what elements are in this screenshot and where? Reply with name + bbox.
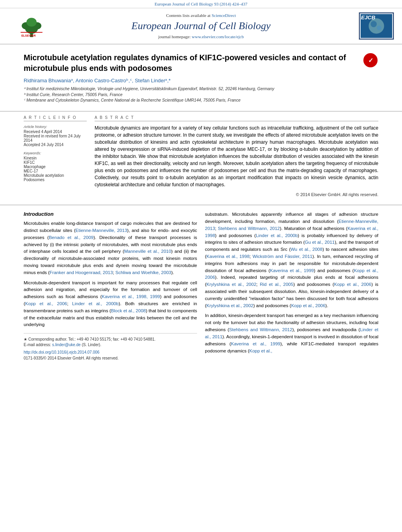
- right-paragraph-2: In addition, kinesin-dependent transport…: [205, 312, 378, 354]
- ref-kopp-et-al[interactable]: Kopp et al.,: [249, 348, 272, 353]
- ref-stehbens-wittmann-r2[interactable]: Stehbens and Wittmann, 2012: [229, 327, 292, 332]
- ref-gu-2011[interactable]: Gu et al., 2011: [305, 240, 335, 245]
- journal-title: European Journal of Cell Biology: [55, 20, 347, 32]
- main-content-section: Introduction Microtubules enable long-di…: [0, 205, 402, 366]
- keyword-4: MEC-17: [24, 169, 87, 173]
- ref-kopp-2006-r2[interactable]: Kopp et al., 2006: [334, 282, 372, 287]
- article-info-label: A R T I C L E I N F O: [24, 115, 87, 121]
- contents-label: Contents lists available at: [166, 13, 210, 18]
- homepage-url[interactable]: www.elsevier.com/locate/ejcb: [192, 34, 244, 39]
- ref-kaverina-1998[interactable]: Kaverina et al., 1998, 1999: [102, 294, 160, 299]
- affil-c: ᶜ Membrane and Cytoskeleton Dynamics, Ce…: [24, 97, 378, 103]
- copyright-line: © 2014 Elsevier GmbH. All rights reserve…: [95, 192, 378, 197]
- email-suffix: (S. Linder).: [82, 343, 101, 347]
- ref-linder-2000b[interactable]: Linder et al., 2000b: [72, 301, 119, 306]
- affiliations: ᵃ Institut für medizinische Mikrobiologi…: [24, 86, 378, 103]
- footer-copyright: 0171-9335/© 2014 Elsevier GmbH. All righ…: [24, 356, 197, 360]
- keywords-section: Keywords: Kinesin KIF1C Macrophage MEC-1…: [24, 151, 87, 182]
- ref-franker-hoogenraad[interactable]: Franker and Hoogenraad, 2013: [50, 270, 113, 275]
- ejcb-logo-section: EJCB: [347, 12, 394, 40]
- right-paragraph-1: substratum. Microtubules apparently infl…: [205, 211, 378, 309]
- footnote-star: ★ Corresponding author. Tel.: +49 40 741…: [24, 337, 197, 342]
- svg-text:ELSEVIER: ELSEVIER: [21, 34, 36, 37]
- article-info-panel: A R T I C L E I N F O Article history: R…: [24, 115, 87, 197]
- ref-kaverina-1999-right[interactable]: Kaverina et al., 1999: [270, 268, 314, 273]
- keyword-1: Kinesin: [24, 156, 87, 160]
- svg-text:EJCB: EJCB: [361, 15, 376, 20]
- affil-b: ᵇ Institut Curie, Research Center, 75005…: [24, 92, 378, 98]
- footnote-email: E-mail address: s.linder@uke.de (S. Lind…: [24, 342, 197, 348]
- keyword-3: Macrophage: [24, 165, 87, 169]
- received-date: Received 4 April 2014: [24, 130, 87, 134]
- intro-paragraph-2: Microtubule-dependent transport is impor…: [24, 280, 197, 329]
- svg-point-4: [26, 18, 37, 26]
- ref-linder-2000b-right[interactable]: Linder et al., 2000b: [256, 233, 298, 238]
- svg-point-12: [377, 26, 382, 30]
- ref-manneville-2010[interactable]: Manneville et al., 2010: [124, 249, 171, 254]
- ref-wickstrom-fassler[interactable]: Wickström and Fässler, 2011: [253, 254, 313, 259]
- intro-paragraph-1: Microtubules enable long-distance transp…: [24, 220, 197, 276]
- journal-citation-bar: European Journal of Cell Biology 93 (201…: [0, 0, 402, 8]
- ref-krylyshkina-2002[interactable]: Krylyshkina et al., 2002: [207, 282, 256, 287]
- keyword-5: Microtubule acetylation: [24, 173, 87, 178]
- ref-kopp-2006[interactable]: Kopp et al., 2006: [25, 301, 67, 306]
- left-column: Introduction Microtubules enable long-di…: [24, 211, 197, 360]
- article-info-abstract-section: A R T I C L E I N F O Article history: R…: [0, 111, 402, 201]
- ref-block-2008[interactable]: Block et al., 2008: [111, 308, 146, 313]
- homepage-label: journal homepage:: [158, 34, 191, 39]
- abstract-text: Microtubule dynamics are important for a…: [95, 124, 378, 188]
- paper-title: Microtubule acetylation regulates dynami…: [24, 52, 355, 74]
- intro-text: Microtubules enable long-distance transp…: [24, 220, 197, 328]
- keyword-6: Podosomes: [24, 178, 87, 182]
- received-revised-date: Received in revised form 24 July 2014: [24, 134, 87, 143]
- sciencedirect-link[interactable]: ScienceDirect: [212, 13, 236, 18]
- abstract-panel: A B S T R A C T Microtubule dynamics are…: [95, 115, 378, 197]
- ref-kaverina-1998-r2[interactable]: Kaverina et al., 1998: [207, 254, 249, 259]
- journal-info-center: Contents lists available at ScienceDirec…: [55, 13, 347, 39]
- accepted-date: Accepted 24 July 2014: [24, 143, 87, 147]
- right-column-text: substratum. Microtubules apparently infl…: [205, 211, 378, 354]
- authors: Ridhirama Bhuwaniaᵃ, Antonio Castro-Cast…: [24, 78, 378, 83]
- introduction-heading: Introduction: [24, 211, 197, 217]
- abstract-label: A B S T R A C T: [95, 115, 378, 121]
- svg-text:✓: ✓: [368, 57, 373, 64]
- ref-stehbens-wittmann[interactable]: Stehbens and Wittmann, 2012: [218, 226, 280, 231]
- journal-header: ELSEVIER Contents lists available at Sci…: [0, 8, 402, 44]
- journal-citation: European Journal of Cell Biology 93 (201…: [154, 2, 248, 6]
- keywords-label: Keywords:: [24, 151, 87, 155]
- ejcb-logo: EJCB: [359, 12, 394, 40]
- ref-kaverina-1999-r2[interactable]: Kaverina et al., 1999: [231, 341, 280, 346]
- email-address[interactable]: s.linder@uke.de: [52, 343, 80, 347]
- right-column: substratum. Microtubules apparently infl…: [205, 211, 378, 360]
- ref-kopp-2006-r3[interactable]: Kopp et al., 2006: [291, 303, 326, 308]
- ref-schliwa-woehlke[interactable]: Schliwa and Woehlke, 2003: [115, 270, 171, 275]
- journal-homepage: journal homepage: www.elsevier.com/locat…: [55, 34, 347, 39]
- ref-benado-2009[interactable]: Benado et al., 2009: [49, 235, 93, 240]
- svg-point-11: [370, 21, 377, 27]
- elsevier-logo-section: ELSEVIER: [8, 14, 55, 38]
- history-label: Article history:: [24, 124, 87, 129]
- footnote-section: ★ Corresponding author. Tel.: +49 40 741…: [24, 333, 197, 360]
- ref-wu-2008[interactable]: Wu et al., 2008: [290, 247, 322, 252]
- authors-text: Ridhirama Bhuwaniaᵃ, Antonio Castro-Cast…: [24, 78, 171, 83]
- ref-etienne-manneville-2013[interactable]: Etienne-Manneville, 2013: [76, 228, 127, 233]
- ref-krylyshkina-2002-r2[interactable]: Krylyshkina et al., 2002: [207, 303, 253, 308]
- keywords-list: Kinesin KIF1C Macrophage MEC-17 Microtub…: [24, 156, 87, 182]
- ref-rid-2005[interactable]: Rid et al., 2005: [260, 282, 293, 287]
- doi-link[interactable]: http://dx.doi.org/10.1016/j.ejcb.2014.07…: [24, 350, 197, 354]
- paper-title-section: Microtubule acetylation regulates dynami…: [0, 44, 402, 111]
- affil-a: ᵃ Institut für medizinische Mikrobiologi…: [24, 86, 378, 92]
- email-label: E-mail address:: [24, 343, 51, 347]
- article-history: Article history: Received 4 April 2014 R…: [24, 124, 87, 147]
- elsevier-tree-icon: ELSEVIER: [16, 14, 47, 38]
- keyword-2: KIF1C: [24, 160, 87, 165]
- crossmark-icon: ✓: [363, 52, 378, 68]
- contents-available-line: Contents lists available at ScienceDirec…: [55, 13, 347, 18]
- ejcb-logo-graphic: EJCB: [359, 12, 394, 40]
